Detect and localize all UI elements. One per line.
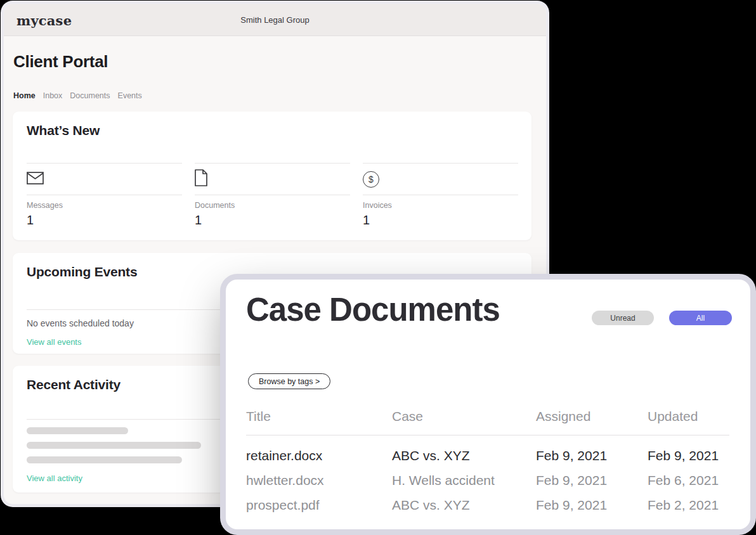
whats-new-title: What’s New	[27, 123, 518, 138]
envelope-icon	[27, 172, 44, 187]
table-body: retainer.docx ABC vs. XYZ Feb 9, 2021 Fe…	[246, 435, 729, 517]
table-row[interactable]: retainer.docx ABC vs. XYZ Feb 9, 2021 Fe…	[246, 443, 729, 468]
dollar-icon: $	[363, 171, 379, 188]
cell-updated: Feb 2, 2021	[648, 498, 729, 513]
stat-label: Messages	[27, 201, 182, 210]
browse-by-tags-button[interactable]: Browse by tags >	[248, 373, 330, 389]
column-header-title: Title	[246, 409, 392, 424]
stat-messages[interactable]: Messages 1	[27, 163, 182, 228]
activity-placeholder-bar	[27, 427, 128, 434]
case-documents-title: Case Documents	[246, 291, 500, 328]
stat-count: 1	[363, 213, 518, 228]
cell-assigned: Feb 9, 2021	[536, 473, 648, 488]
cell-updated: Feb 9, 2021	[648, 448, 729, 463]
document-icon	[195, 169, 207, 189]
stat-documents[interactable]: Documents 1	[195, 163, 350, 228]
view-all-activity-link[interactable]: View all activity	[27, 474, 82, 483]
case-documents-window: Case Documents Unread All Browse by tags…	[226, 280, 750, 529]
filter-unread-button[interactable]: Unread	[592, 311, 654, 325]
column-header-case: Case	[392, 409, 536, 424]
whats-new-stats: Messages 1 Documents 1	[27, 163, 518, 228]
stat-count: 1	[27, 213, 182, 228]
whats-new-card: What’s New Messages 1	[13, 112, 531, 240]
firm-name: Smith Legal Group	[4, 15, 546, 25]
stat-label: Invoices	[363, 201, 518, 210]
activity-placeholder-bar	[27, 456, 182, 463]
documents-table: Title Case Assigned Updated retainer.doc…	[246, 409, 729, 517]
column-header-assigned: Assigned	[536, 409, 648, 424]
mycase-logo[interactable]: mycase	[16, 13, 72, 29]
cell-assigned: Feb 9, 2021	[536, 498, 648, 513]
table-header-row: Title Case Assigned Updated	[246, 409, 729, 430]
document-filters: Unread All	[592, 311, 732, 325]
cell-updated: Feb 6, 2021	[648, 473, 729, 488]
stat-count: 1	[195, 213, 350, 228]
cell-title: prospect.pdf	[246, 498, 392, 513]
cell-case: H. Wells accident	[392, 473, 536, 488]
nav-item-home[interactable]: Home	[13, 91, 36, 100]
portal-nav: Home Inbox Documents Events	[13, 91, 142, 100]
stat-label: Documents	[195, 201, 350, 210]
table-row[interactable]: hwletter.docx H. Wells accident Feb 9, 2…	[246, 468, 729, 493]
cell-assigned: Feb 9, 2021	[536, 448, 648, 463]
cell-title: retainer.docx	[246, 448, 392, 463]
activity-placeholder-bar	[27, 442, 201, 449]
portal-header: mycase Smith Legal Group	[4, 4, 546, 36]
stat-invoices[interactable]: $ Invoices 1	[363, 163, 518, 228]
nav-item-inbox[interactable]: Inbox	[43, 91, 63, 100]
nav-item-events[interactable]: Events	[118, 91, 142, 100]
nav-item-documents[interactable]: Documents	[70, 91, 110, 100]
page-title: Client Portal	[13, 52, 108, 72]
page-background: mycase Smith Legal Group Client Portal H…	[0, 0, 756, 535]
view-all-events-link[interactable]: View all events	[27, 337, 81, 347]
upcoming-events-title: Upcoming Events	[27, 264, 518, 280]
filter-all-button[interactable]: All	[669, 311, 732, 325]
cell-case: ABC vs. XYZ	[392, 448, 536, 463]
column-header-updated: Updated	[648, 409, 729, 424]
table-row[interactable]: prospect.pdf ABC vs. XYZ Feb 9, 2021 Feb…	[246, 493, 729, 517]
cell-title: hwletter.docx	[246, 473, 392, 488]
cell-case: ABC vs. XYZ	[392, 498, 536, 513]
